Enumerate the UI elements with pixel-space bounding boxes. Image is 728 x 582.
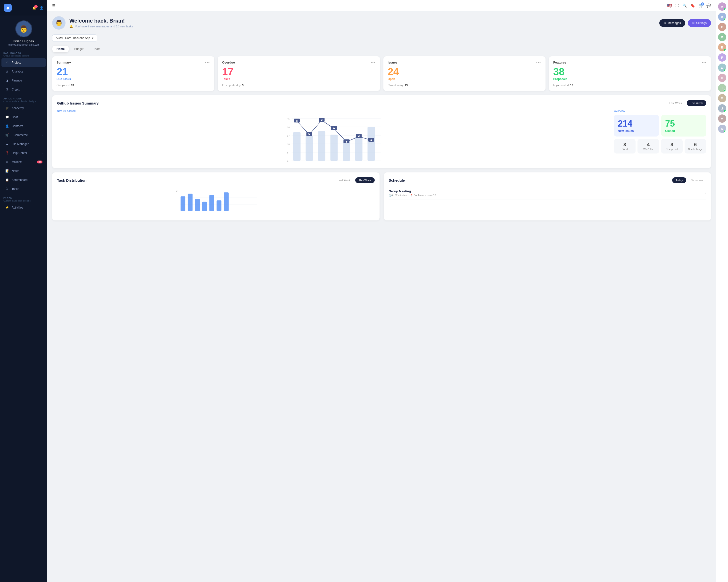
github-content: New vs. Closed 45 36 27 18 9 0 — [57, 109, 706, 163]
analytics-icon: ◎ — [5, 70, 9, 74]
bookmark-icon[interactable]: 🔖 — [691, 3, 695, 8]
user-icon[interactable]: 👤 — [40, 6, 44, 10]
project-selector[interactable]: ACME Corp. Backend App ▾ — [52, 34, 97, 42]
fullscreen-icon[interactable]: ⛶ — [675, 4, 679, 8]
svg-text:Sat: Sat — [357, 163, 361, 163]
right-sidebar-avatar-6[interactable]: G — [718, 63, 726, 72]
project-icon: ✓ — [5, 60, 9, 65]
task-dist-header: Task Distribution Last Week This Week — [57, 177, 375, 183]
right-sidebar-avatar-2[interactable]: C — [718, 23, 726, 31]
github-thisweek-btn[interactable]: This Week — [687, 100, 706, 106]
chat-icon[interactable]: 💬 — [706, 3, 711, 8]
sidebar-item-activities[interactable]: ⚡ Activities — [1, 203, 46, 212]
stat-label: Due Tasks — [56, 77, 210, 81]
more-icon[interactable]: ••• — [205, 61, 210, 64]
tab-team[interactable]: Team — [89, 46, 105, 52]
right-sidebar-avatar-7[interactable]: H — [718, 74, 726, 82]
search-icon[interactable]: 🔍 — [682, 3, 687, 8]
flag-icon[interactable]: 🇺🇸 — [667, 3, 672, 8]
sidebar-header: ◆ 🔔 3 👤 — [0, 0, 47, 16]
finance-icon: ◑ — [5, 78, 9, 83]
mini-stat-won't-fix: 4 Won't Fix — [638, 139, 659, 154]
svg-point-39 — [370, 139, 372, 141]
mini-stat-label: Re-opened — [663, 148, 681, 150]
sidebar-item-academy[interactable]: 🎓 Academy — [1, 104, 46, 113]
stat-footer: From yesterday: 9 — [222, 84, 375, 87]
right-sidebar-avatar-9[interactable]: M — [718, 94, 726, 102]
location-icon: 📍 Conference room 1B — [410, 194, 436, 197]
settings-button[interactable]: ⚙ Settings — [688, 19, 711, 27]
github-issues-section: Github Issues Summary Last Week This Wee… — [52, 95, 711, 168]
right-sidebar-avatar-3[interactable]: D — [718, 33, 726, 41]
sidebar-item-helpcenter[interactable]: ❓ Help Center› — [1, 149, 46, 157]
svg-text:27: 27 — [287, 135, 290, 137]
sidebar-item-scrumboard[interactable]: 📋 Scrumboard — [1, 175, 46, 184]
cart-icon[interactable]: 🛒 5 — [698, 3, 703, 8]
sidebar-item-analytics[interactable]: ◎ Analytics — [1, 67, 46, 76]
mini-stat-label: Won't Fix — [640, 148, 657, 150]
sidebar-item-chat[interactable]: 💬 Chat — [1, 113, 46, 121]
svg-rect-13 — [306, 136, 313, 161]
sidebar-item-crypto[interactable]: $ Crypto — [1, 85, 46, 94]
chevron-down-icon: ▾ — [92, 36, 94, 40]
chart-label: New vs. Closed — [57, 109, 609, 112]
right-sidebar-avatar-11[interactable]: M — [718, 114, 726, 123]
sidebar-item-tasks[interactable]: ⏱ Tasks — [1, 185, 46, 193]
chevron-right-icon: › — [42, 134, 43, 137]
right-sidebar-avatar-5[interactable]: F — [718, 53, 726, 62]
sidebar-item-label: ECommerce — [11, 133, 28, 137]
svg-text:Sun: Sun — [369, 163, 373, 163]
sidebar-top-icons: 🔔 3 👤 — [32, 6, 44, 10]
messages-button[interactable]: ✉ Messages — [659, 19, 685, 27]
svg-text:Mon: Mon — [295, 163, 299, 163]
tasks-icon: ⏱ — [5, 187, 9, 191]
sidebar-item-finance[interactable]: ◑ Finance — [1, 76, 46, 85]
content-area: 👨 Welcome back, Brian! 🔔 You have 2 new … — [47, 11, 716, 582]
mini-stat-re-opened: 8 Re-opened — [661, 139, 683, 154]
svg-text:36: 36 — [287, 126, 290, 129]
right-sidebar-avatar-12[interactable]: K — [718, 124, 726, 133]
chevron-right-icon: › — [42, 152, 43, 155]
overview-area: Overview 214 New Issues 75 Closed 3 Fixe… — [614, 109, 706, 163]
tab-home[interactable]: Home — [52, 46, 69, 52]
right-sidebar-avatar-4[interactable]: E — [718, 43, 726, 51]
github-header: Github Issues Summary Last Week This Wee… — [57, 100, 706, 106]
sidebar-item-label: Help Center — [11, 151, 27, 155]
mini-stat-number: 4 — [640, 142, 657, 147]
right-sidebar-avatar-0[interactable]: A — [718, 2, 726, 11]
sidebar-item-mailbox[interactable]: ✉ Mailbox27 — [1, 158, 46, 166]
task-thisweek-btn[interactable]: This Week — [355, 177, 375, 183]
stat-title: Issues — [388, 61, 397, 64]
more-icon[interactable]: ••• — [536, 61, 541, 64]
sidebar-item-project[interactable]: ✓ Project — [1, 58, 46, 67]
sidebar-item-contacts[interactable]: 👤 Contacts — [1, 122, 46, 131]
notifications-badge: 3 — [34, 5, 37, 8]
sidebar-section-dashboards: DASHBOARDS Unique dashboard designs — [0, 49, 47, 58]
right-sidebar-avatar-8[interactable]: I — [718, 84, 726, 92]
notifications-icon[interactable]: 🔔 3 — [32, 6, 36, 10]
sidebar: ◆ 🔔 3 👤 👨 Brian Hughes hughes.brian@comp… — [0, 0, 47, 582]
tab-budget[interactable]: Budget — [70, 46, 88, 52]
filemanager-icon: ☁ — [5, 142, 9, 146]
sidebar-item-label: Mailbox — [11, 160, 22, 164]
more-icon[interactable]: ••• — [371, 61, 375, 64]
sidebar-item-filemanager[interactable]: ☁ File Manager — [1, 140, 46, 148]
svg-text:Tue: Tue — [308, 163, 311, 163]
menu-toggle[interactable]: ☰ — [52, 3, 56, 8]
more-icon[interactable]: ••• — [702, 61, 707, 64]
github-lastweek-btn[interactable]: Last Week — [666, 100, 685, 106]
right-sidebar-avatar-1[interactable]: B — [718, 12, 726, 21]
sidebar-item-label: Project — [11, 61, 21, 64]
section-title: APPLICATIONS — [3, 98, 44, 100]
chart-area: New vs. Closed 45 36 27 18 9 0 — [57, 109, 609, 163]
sidebar-item-ecommerce[interactable]: 🛒 ECommerce› — [1, 131, 46, 139]
sidebar-section-pages: PAGES Custom made page designs — [0, 194, 47, 203]
chevron-right-icon[interactable]: › — [705, 191, 706, 195]
stat-number: 24 — [388, 67, 541, 77]
task-lastweek-btn[interactable]: Last Week — [334, 177, 354, 183]
sidebar-item-notes[interactable]: 📝 Notes — [1, 167, 46, 175]
schedule-tomorrow-btn[interactable]: Tomorrow — [688, 177, 706, 183]
welcome-text: Welcome back, Brian! 🔔 You have 2 new me… — [70, 18, 133, 28]
schedule-today-btn[interactable]: Today — [672, 177, 686, 183]
right-sidebar-avatar-10[interactable]: J — [718, 104, 726, 113]
